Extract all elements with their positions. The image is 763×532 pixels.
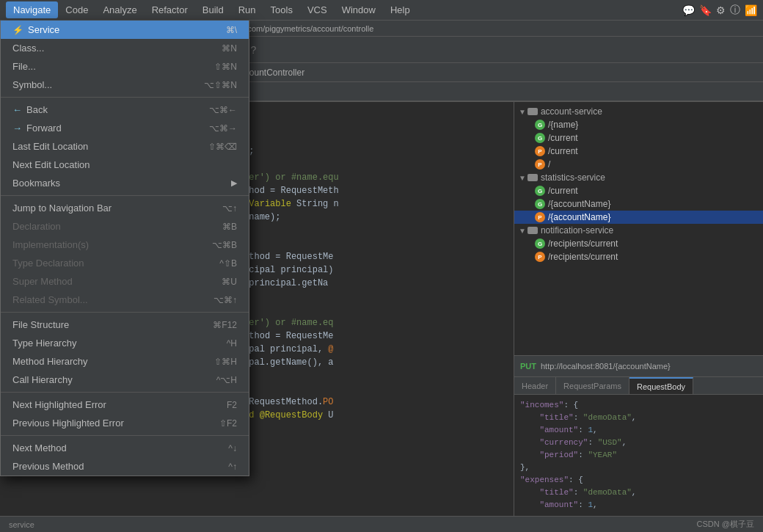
menu-divider — [1, 312, 249, 313]
menu-item-call-hierarchy[interactable]: Call Hierarchy^⌥H — [1, 371, 249, 389]
tree-notif-recipients-get[interactable]: G /recipients/current — [514, 237, 763, 250]
tab-request-params[interactable]: RequestParams — [556, 377, 629, 394]
menu-item-label: Previous Highlighted Error — [12, 418, 124, 429]
status-csdn-label: CSDN @棋子豆 — [697, 519, 754, 530]
menu-item-label: Service — [28, 24, 59, 35]
menu-divider — [1, 195, 249, 196]
put-method-icon: P — [535, 146, 545, 156]
json-line-5: "period": "YEAR" — [520, 449, 757, 462]
tree-account-current-put[interactable]: P /current — [514, 145, 763, 158]
navigate-dropdown: ⚡Service⌘\Class...⌘NFile...⇧⌘NSymbol...⌥… — [0, 21, 249, 476]
menu-item-label: Forward — [26, 123, 62, 134]
menu-shortcut: ^⇧B — [219, 258, 237, 269]
menu-item-file---[interactable]: File...⇧⌘N — [1, 57, 249, 76]
menu-item-back[interactable]: ←Back⌥⌘← — [1, 101, 249, 119]
tree-account-current-get[interactable]: G /current — [514, 131, 763, 145]
stats-accountname-put-label: /{accountName} — [548, 212, 610, 222]
menu-item-label: Next Method — [12, 442, 67, 453]
menu-item-method-hierarchy[interactable]: Method Hierarchy⇧⌘H — [1, 352, 249, 371]
menu-item-super-method: Super Method⌘U — [1, 272, 249, 291]
notification-service-label: notification-service — [541, 225, 613, 236]
tree-account-root-post[interactable]: P / — [514, 158, 763, 171]
menu-item-class---[interactable]: Class...⌘N — [1, 39, 249, 57]
tree-stats-accountname-put[interactable]: P /{accountName} — [514, 211, 763, 224]
account-current-get-label: /current — [548, 133, 578, 143]
menu-item-next-method[interactable]: Next Method^↓ — [1, 439, 249, 457]
menu-divider — [1, 97, 249, 98]
json-line-6: }, — [520, 462, 757, 474]
menu-vcs[interactable]: VCS — [300, 1, 335, 18]
menu-shortcut: ⇧F2 — [219, 418, 237, 429]
menu-item-label: File Structure — [12, 319, 69, 330]
menu-item-next-edit-location[interactable]: Next Edit Location — [1, 156, 249, 174]
menu-item-symbol---[interactable]: Symbol...⌥⇧⌘N — [1, 76, 249, 94]
menu-shortcut: ⌥⌘← — [209, 105, 237, 115]
system-icons: 💬 🔖 ⚙ ⓘ 📶 — [682, 4, 757, 17]
notif-recipients-get-label: /recipients/current — [548, 238, 618, 249]
menu-item-label: Super Method — [12, 276, 73, 287]
json-line-8: "title": "demoData", — [520, 487, 757, 499]
menu-item-label: Last Edit Location — [12, 141, 88, 152]
menu-shortcut: ⌘N — [222, 43, 237, 54]
get-method-icon-2: G — [535, 133, 545, 143]
menu-tools[interactable]: Tools — [263, 1, 300, 18]
menu-item-previous-method[interactable]: Previous Method^↑ — [1, 457, 249, 475]
menu-build[interactable]: Build — [195, 1, 231, 18]
account-name-get-label: /{name} — [548, 120, 578, 130]
menu-item-declaration: Declaration⌘B — [1, 217, 249, 236]
menu-item-label: Previous Method — [12, 461, 84, 472]
tree-account-name-get[interactable]: G /{name} — [514, 118, 763, 131]
menu-item-last-edit-location[interactable]: Last Edit Location⇧⌘⌫ — [1, 137, 249, 156]
rest-services-tree[interactable]: ▼ account-service G /{name} G /current P… — [514, 102, 763, 355]
menu-item-service[interactable]: ⚡Service⌘\ — [1, 21, 249, 39]
menu-run[interactable]: Run — [231, 1, 263, 18]
menu-item-label: Next Edit Location — [12, 159, 90, 170]
tab-header[interactable]: Header — [514, 377, 556, 394]
menu-shortcut: ⌥⇧⌘N — [204, 80, 237, 90]
tree-notification-service[interactable]: ▼ notification-service — [514, 224, 763, 237]
tree-expand-icon-2: ▼ — [519, 174, 526, 182]
tree-notif-recipients-put[interactable]: P /recipients/current — [514, 250, 763, 263]
bookmark-icon: 🔖 — [699, 4, 712, 16]
forward-arrow-icon: → — [12, 123, 22, 134]
chat-icon: 💬 — [682, 4, 695, 16]
menu-help[interactable]: Help — [383, 1, 417, 18]
menu-code[interactable]: Code — [58, 1, 95, 18]
menu-item-label: Next Highlighted Error — [12, 399, 106, 410]
menu-window[interactable]: Window — [335, 1, 383, 18]
tree-statistics-service[interactable]: ▼ statistics-service — [514, 171, 763, 184]
menu-shortcut: ⌥⌘→ — [209, 123, 237, 134]
menu-shortcut: ⌥⌘↑ — [213, 295, 237, 305]
submenu-arrow-icon: ▶ — [231, 178, 237, 188]
tree-expand-icon: ▼ — [519, 108, 526, 116]
menu-shortcut: ⌥⌘B — [212, 240, 237, 250]
menu-item-label: Type Hierarchy — [12, 338, 76, 349]
menu-item-label: Bookmarks — [12, 178, 60, 189]
menu-navigate[interactable]: Navigate — [6, 1, 58, 18]
menu-item-label: Declaration — [12, 221, 61, 232]
menu-item-bookmarks[interactable]: Bookmarks▶ — [1, 174, 249, 192]
service-node-icon-2 — [527, 174, 538, 181]
menu-item-type-hierarchy[interactable]: Type Hierarchy^H — [1, 334, 249, 352]
menu-refactor[interactable]: Refactor — [145, 1, 195, 18]
menu-shortcut: ⇧⌘⌫ — [208, 142, 237, 152]
stats-accountname-get-label: /{accountName} — [548, 199, 610, 209]
menu-shortcut: F2 — [227, 400, 237, 410]
menu-item-forward[interactable]: →Forward⌥⌘→ — [1, 119, 249, 137]
menu-item-jump-to-navigation-bar[interactable]: Jump to Navigation Bar⌥↑ — [1, 199, 249, 217]
tree-stats-current-get[interactable]: G /current — [514, 184, 763, 197]
menu-item-file-structure[interactable]: File Structure⌘F12 — [1, 316, 249, 334]
menu-item-label: Type Declaration — [12, 258, 84, 269]
menu-item-implementation-s-: Implementation(s)⌥⌘B — [1, 236, 249, 254]
menu-item-type-declaration: Type Declaration^⇧B — [1, 254, 249, 272]
json-line-4: "currency": "USD", — [520, 437, 757, 449]
menu-bar: Navigate Code Analyze Refactor Build Run… — [0, 0, 763, 21]
menu-shortcut: ⇧⌘H — [214, 357, 237, 367]
menu-analyze[interactable]: Analyze — [95, 1, 144, 18]
put-method-icon-3: P — [535, 252, 545, 262]
menu-item-next-highlighted-error[interactable]: Next Highlighted ErrorF2 — [1, 396, 249, 414]
menu-item-previous-highlighted-error[interactable]: Previous Highlighted Error⇧F2 — [1, 414, 249, 432]
tab-request-body[interactable]: RequestBody — [629, 377, 693, 394]
tree-stats-accountname-get[interactable]: G /{accountName} — [514, 197, 763, 211]
tree-account-service[interactable]: ▼ account-service — [514, 105, 763, 118]
